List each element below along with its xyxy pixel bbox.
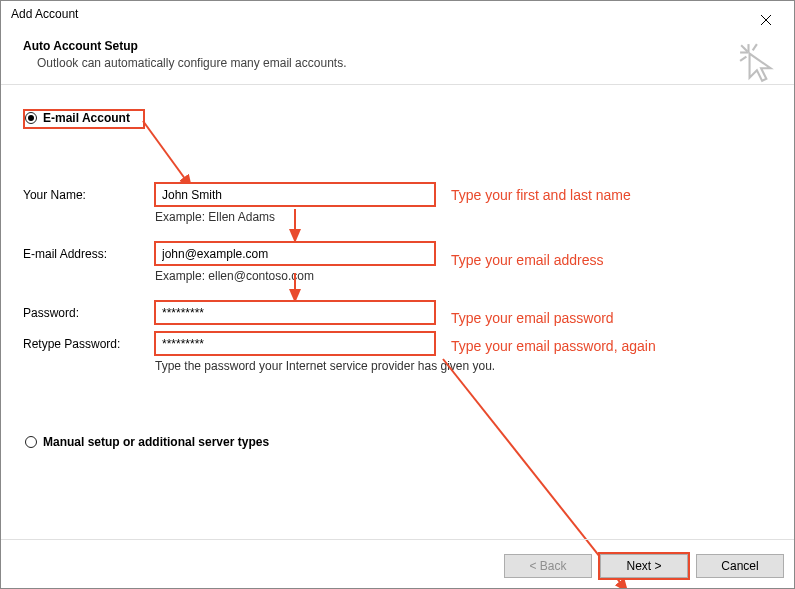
cancel-button[interactable]: Cancel: [696, 554, 784, 578]
radio-icon: [25, 436, 37, 448]
annotation-name: Type your first and last name: [451, 187, 631, 203]
header-title: Auto Account Setup: [23, 39, 774, 53]
annotation-password: Type your email password: [451, 310, 614, 326]
password-input[interactable]: [155, 301, 435, 324]
label-retype-password: Retype Password:: [23, 337, 155, 351]
annotation-password-again: Type your email password, again: [451, 338, 656, 354]
footer-divider: [1, 539, 794, 540]
row-your-name: Your Name:: [23, 183, 495, 206]
radio-icon: [25, 112, 37, 124]
your-name-input[interactable]: [155, 183, 435, 206]
footer: < Back Next > Cancel: [504, 544, 784, 578]
radio-manual-setup[interactable]: Manual setup or additional server types: [25, 435, 269, 449]
email-input[interactable]: [155, 242, 435, 265]
row-retype-password: Retype Password:: [23, 332, 495, 355]
radio-email-account[interactable]: E-mail Account: [25, 111, 774, 125]
header-subtitle: Outlook can automatically configure many…: [37, 56, 774, 70]
titlebar: Add Account: [1, 1, 794, 21]
retype-password-input[interactable]: [155, 332, 435, 355]
label-password: Password:: [23, 306, 155, 320]
example-email: Example: ellen@contoso.com: [155, 269, 435, 283]
content: E-mail Account Your Name: Example: Ellen…: [1, 85, 794, 125]
back-button[interactable]: < Back: [504, 554, 592, 578]
header: Auto Account Setup Outlook can automatic…: [1, 21, 794, 70]
password-note: Type the password your Internet service …: [155, 359, 495, 373]
example-your-name: Example: Ellen Adams: [155, 210, 435, 224]
window-title: Add Account: [11, 7, 78, 21]
label-email: E-mail Address:: [23, 247, 155, 261]
svg-line-7: [143, 121, 191, 187]
svg-line-4: [741, 45, 747, 51]
row-password: Password:: [23, 301, 495, 324]
svg-line-6: [753, 44, 757, 50]
wizard-cursor-icon: [738, 42, 780, 84]
svg-line-5: [740, 57, 746, 61]
form: Your Name: Example: Ellen Adams E-mail A…: [23, 183, 495, 373]
label-your-name: Your Name:: [23, 188, 155, 202]
annotation-email: Type your email address: [451, 252, 604, 268]
next-button[interactable]: Next >: [600, 554, 688, 578]
radio-email-account-label: E-mail Account: [43, 111, 130, 125]
radio-manual-setup-label: Manual setup or additional server types: [43, 435, 269, 449]
row-email: E-mail Address:: [23, 242, 495, 265]
